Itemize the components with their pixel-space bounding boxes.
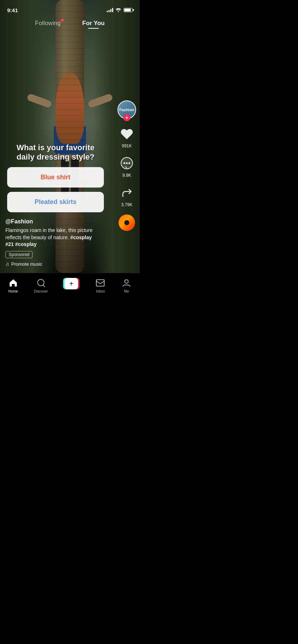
svg-point-2 — [126, 162, 128, 164]
share-icon — [120, 186, 133, 199]
bottom-info: @Fashion Flamingos roam in the lake, thi… — [5, 218, 109, 267]
svg-point-4 — [38, 279, 44, 286]
svg-line-5 — [43, 285, 45, 287]
status-icons — [107, 8, 133, 13]
bottom-nav: Home Discover + — [0, 273, 140, 303]
signal-icon — [107, 8, 113, 12]
comment-icon — [120, 157, 134, 170]
discover-icon — [36, 278, 45, 288]
nav-tabs: Following For You — [0, 18, 140, 30]
creator-username: @Fashion — [5, 218, 109, 225]
status-time: 9:41 — [7, 7, 18, 13]
inbox-icon — [96, 278, 105, 288]
notification-dot — [61, 19, 64, 22]
svg-point-7 — [125, 280, 128, 283]
svg-rect-6 — [96, 280, 104, 286]
nav-discover[interactable]: Discover — [29, 276, 53, 295]
music-info: ♫ Promote music — [5, 261, 109, 267]
tab-for-you[interactable]: For You — [82, 20, 105, 29]
music-disc[interactable] — [119, 214, 135, 231]
follow-button[interactable]: + — [123, 114, 130, 121]
person-torso — [57, 94, 82, 129]
profile-icon — [122, 278, 131, 288]
status-bar: 9:41 — [0, 0, 140, 16]
hashtag-text-2: #21 #cosplay — [5, 241, 37, 247]
right-actions: Fashion + 991K 9.8K — [117, 100, 136, 231]
battery-icon — [124, 8, 133, 12]
question-area: What is your favorite daily dressing sty… — [0, 143, 111, 217]
create-plus-icon: + — [69, 280, 74, 287]
nav-home[interactable]: Home — [3, 276, 24, 295]
music-note-icon: ♫ — [5, 261, 9, 267]
poll-option-b-text: Pleated skirts — [34, 198, 76, 205]
poll-option-b[interactable]: Pleated skirts — [7, 192, 104, 212]
create-button[interactable]: + — [63, 278, 80, 289]
svg-point-1 — [124, 162, 125, 164]
nav-discover-label: Discover — [34, 289, 48, 293]
poll-option-a[interactable]: Blue shirt — [7, 167, 104, 188]
like-count: 991K — [122, 143, 132, 148]
svg-point-3 — [129, 162, 130, 164]
home-icon — [9, 278, 18, 288]
poll-option-a-text: Blue shirt — [40, 174, 70, 181]
share-button[interactable]: 3.79K — [119, 185, 135, 207]
nav-inbox-label: Inbox — [96, 289, 105, 293]
share-count: 3.79K — [121, 202, 132, 207]
video-description: Flamingos roam in the lake, this picture… — [5, 227, 109, 248]
like-button[interactable]: 991K — [119, 126, 135, 148]
tab-following[interactable]: Following — [35, 20, 61, 29]
music-label: Promote music — [11, 261, 43, 267]
person-hair — [56, 72, 84, 144]
screen: 9:41 Following For You — [0, 0, 140, 303]
creator-avatar[interactable]: Fashion + — [117, 100, 136, 119]
comment-count: 9.8K — [122, 173, 131, 178]
nav-me[interactable]: Me — [116, 276, 137, 295]
nav-inbox[interactable]: Inbox — [90, 276, 111, 295]
nav-me-label: Me — [124, 289, 129, 293]
nav-create[interactable]: + — [58, 276, 85, 291]
wifi-icon — [115, 8, 121, 13]
question-text: What is your favorite daily dressing sty… — [7, 143, 104, 162]
nav-home-label: Home — [8, 289, 18, 293]
sponsored-badge: Sponsored — [5, 251, 33, 258]
hashtag-text: #cosplay — [70, 235, 92, 240]
heart-icon — [120, 127, 134, 141]
comment-button[interactable]: 9.8K — [119, 156, 135, 178]
